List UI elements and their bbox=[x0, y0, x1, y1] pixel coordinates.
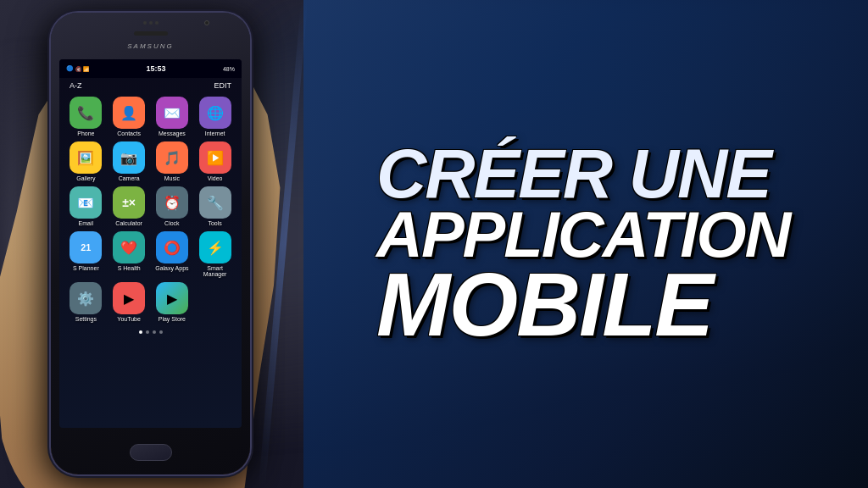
screen-dot-3 bbox=[153, 330, 156, 334]
status-icons-right: 48% bbox=[223, 66, 235, 72]
screen-dot-4 bbox=[159, 330, 163, 334]
app-galaxyapps[interactable]: ⭕ Galaxy Apps bbox=[153, 231, 192, 277]
app-label-galaxyapps: Galaxy Apps bbox=[155, 265, 188, 271]
volume-icon: 🔇 bbox=[75, 66, 81, 72]
app-label-phone: Phone bbox=[77, 130, 94, 136]
app-label-music: Music bbox=[164, 175, 180, 181]
app-icon-clock: ⏰ bbox=[156, 186, 188, 219]
samsung-brand: SAMSUNG bbox=[127, 42, 173, 50]
phone-dot bbox=[155, 21, 159, 25]
app-drawer-header: A-Z EDIT bbox=[59, 78, 242, 93]
app-icon-video: ▶️ bbox=[199, 141, 231, 174]
app-icon-music: 🎵 bbox=[156, 141, 188, 174]
phone-area: SAMSUNG 🔵 🔇 📶 15:53 48% A-Z EDIT bbox=[0, 0, 364, 488]
app-icon-gallery: 🖼️ bbox=[70, 141, 102, 174]
phone-camera bbox=[204, 20, 209, 25]
app-icon-youtube: ▶ bbox=[113, 282, 145, 314]
app-contacts[interactable]: 👤 Contacts bbox=[109, 97, 149, 136]
app-video[interactable]: ▶️ Video bbox=[195, 141, 235, 181]
app-label-email: Email bbox=[79, 220, 94, 226]
app-icon-playstore: ▶ bbox=[156, 282, 188, 314]
app-label-smartmanager: Smart Manager bbox=[195, 265, 235, 277]
phone-home-button[interactable] bbox=[130, 444, 172, 461]
signal-icon: 📶 bbox=[83, 66, 89, 72]
battery-display: 48% bbox=[223, 66, 235, 72]
phone-dot bbox=[143, 21, 147, 25]
phone-speaker bbox=[134, 31, 168, 36]
status-bar: 🔵 🔇 📶 15:53 48% bbox=[59, 59, 242, 78]
app-messages[interactable]: ✉️ Messages bbox=[153, 97, 192, 136]
app-icon-settings: ⚙️ bbox=[70, 282, 102, 314]
status-icons-left: 🔵 🔇 📶 bbox=[66, 65, 89, 72]
screen-dot-2 bbox=[146, 330, 149, 334]
app-phone[interactable]: 📞 Phone bbox=[66, 97, 106, 136]
app-label-playstore: Play Store bbox=[159, 316, 186, 322]
phone-dot bbox=[149, 21, 153, 25]
app-shealth[interactable]: ❤️ S Health bbox=[109, 231, 149, 277]
phone-screen: 🔵 🔇 📶 15:53 48% A-Z EDIT 📞 Phone bbox=[59, 59, 242, 428]
app-splanner[interactable]: 21 S Planner bbox=[66, 231, 106, 277]
app-label-gallery: Gallery bbox=[76, 175, 95, 181]
app-grid: 📞 Phone 👤 Contacts ✉️ Messages 🌐 Interne… bbox=[59, 93, 242, 325]
app-label-contacts: Contacts bbox=[117, 130, 141, 136]
app-email[interactable]: 📧 Email bbox=[66, 186, 106, 226]
app-icon-email: 📧 bbox=[70, 186, 102, 219]
app-label-splanner: S Planner bbox=[73, 265, 99, 271]
headline-line3: MOBILE bbox=[376, 264, 826, 347]
app-icon-splanner: 21 bbox=[70, 231, 102, 263]
screen-dot-1 bbox=[139, 330, 142, 334]
clock-display: 15:53 bbox=[146, 64, 165, 73]
edit-label: EDIT bbox=[214, 81, 231, 90]
app-icon-camera: 📷 bbox=[113, 141, 145, 174]
headline-line1: CRÉER UNE bbox=[376, 141, 826, 205]
app-icon-phone: 📞 bbox=[70, 97, 102, 129]
app-clock[interactable]: ⏰ Clock bbox=[153, 186, 192, 226]
app-tools[interactable]: 🔧 Tools bbox=[195, 186, 235, 226]
bluetooth-icon: 🔵 bbox=[66, 65, 74, 72]
app-label-internet: Internet bbox=[205, 130, 225, 136]
app-gallery[interactable]: 🖼️ Gallery bbox=[66, 141, 106, 181]
app-icon-galaxyapps: ⭕ bbox=[156, 231, 188, 263]
app-label-youtube: YouTube bbox=[117, 316, 141, 322]
app-internet[interactable]: 🌐 Internet bbox=[195, 97, 235, 136]
app-icon-smartmanager: ⚡ bbox=[199, 231, 231, 263]
app-label-messages: Messages bbox=[159, 130, 186, 136]
app-icon-messages: ✉️ bbox=[156, 97, 188, 129]
app-icon-contacts: 👤 bbox=[113, 97, 145, 129]
app-icon-calculator: ±× bbox=[113, 186, 145, 219]
headline-text: CRÉER UNE APPLICATION MOBILE bbox=[376, 141, 826, 347]
app-label-tools: Tools bbox=[208, 220, 221, 226]
phone-device: SAMSUNG 🔵 🔇 📶 15:53 48% A-Z EDIT bbox=[51, 13, 250, 474]
screen-pagination bbox=[59, 325, 242, 339]
app-calculator[interactable]: ±× Calculator bbox=[109, 186, 149, 226]
app-label-settings: Settings bbox=[75, 316, 97, 322]
app-playstore[interactable]: ▶ Play Store bbox=[153, 282, 192, 322]
headline-area: CRÉER UNE APPLICATION MOBILE bbox=[351, 0, 851, 488]
sort-label: A-Z bbox=[70, 81, 82, 90]
app-music[interactable]: 🎵 Music bbox=[153, 141, 192, 181]
app-label-shealth: S Health bbox=[118, 265, 141, 271]
app-label-clock: Clock bbox=[164, 220, 180, 226]
app-label-calculator: Calculator bbox=[115, 220, 142, 226]
app-youtube[interactable]: ▶ YouTube bbox=[109, 282, 149, 322]
app-label-video: Video bbox=[208, 175, 223, 181]
app-icon-tools: 🔧 bbox=[199, 186, 231, 219]
app-smartmanager[interactable]: ⚡ Smart Manager bbox=[195, 231, 235, 277]
app-icon-shealth: ❤️ bbox=[113, 231, 145, 263]
app-label-camera: Camera bbox=[119, 175, 140, 181]
app-camera[interactable]: 📷 Camera bbox=[109, 141, 149, 181]
app-settings[interactable]: ⚙️ Settings bbox=[66, 282, 106, 322]
app-icon-internet: 🌐 bbox=[199, 97, 231, 129]
